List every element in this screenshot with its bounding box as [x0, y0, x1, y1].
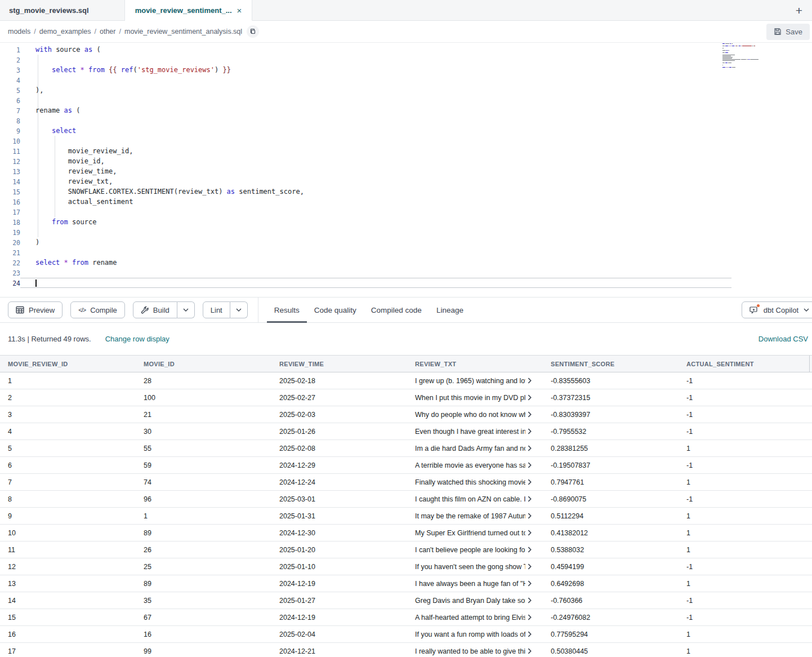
breadcrumb: models/demo_examples/other/movie_review_… [8, 28, 242, 35]
code-line[interactable]: 14 review_txt, [0, 176, 812, 187]
cell-actual_sentiment: 1 [679, 631, 812, 638]
code-line[interactable]: 18 from source [0, 217, 812, 227]
column-header-sentiment_score[interactable]: SENTIMENT_SCORE [543, 361, 679, 367]
cell-review_time: 2025-01-27 [271, 597, 407, 605]
expand-cell-icon[interactable] [527, 479, 533, 485]
code-line[interactable]: 20) [0, 237, 812, 247]
code-line[interactable]: 6 [0, 95, 812, 105]
cell-movie_review_id: 16 [0, 631, 136, 638]
line-number: 18 [0, 217, 20, 227]
tab-stg-movie-reviews[interactable]: stg_movie_reviews.sql [0, 0, 125, 21]
editor-minimap[interactable] [722, 43, 786, 70]
column-header-movie_review_id[interactable]: MOVIE_REVIEW_ID [0, 361, 136, 367]
code-line[interactable]: 21 [0, 247, 812, 258]
review-text: I really wanted to be able to give this … [415, 647, 525, 655]
code-line[interactable]: 13 review_time, [0, 166, 812, 176]
column-header-review_txt[interactable]: REVIEW_TXT [407, 361, 543, 367]
expand-cell-icon[interactable] [527, 614, 533, 620]
column-header-actual_sentiment[interactable]: ACTUAL_SENTIMENT [679, 361, 812, 367]
code-line[interactable]: 23 [0, 268, 812, 278]
copy-file-name-icon[interactable] [247, 25, 259, 38]
code-line[interactable]: 10 [0, 136, 812, 146]
tab-results[interactable]: Results [267, 297, 307, 323]
code-line[interactable]: 1with source as ( [0, 45, 812, 55]
lint-button[interactable]: Lint [203, 301, 230, 318]
expand-cell-icon[interactable] [527, 563, 533, 570]
dbt-copilot-button[interactable]: dbt Copilot [742, 301, 812, 318]
code-line[interactable]: 7rename as ( [0, 105, 812, 116]
cell-review_txt: A half-hearted attempt to bring Elvis P… [407, 614, 543, 622]
change-row-display-link[interactable]: Change row display [105, 335, 169, 343]
column-header-review_time[interactable]: REVIEW_TIME [271, 361, 407, 367]
cell-movie_id: 25 [136, 563, 271, 571]
code-editor[interactable]: 1with source as (23 select * from {{ ref… [0, 43, 812, 297]
expand-cell-icon[interactable] [527, 428, 533, 434]
build-button[interactable]: Build [133, 301, 177, 318]
expand-cell-icon[interactable] [527, 378, 533, 384]
expand-cell-icon[interactable] [527, 496, 533, 502]
tab-movie-review-sentiment-analysis[interactable]: movie_review_sentiment_... × [125, 0, 252, 21]
cell-movie_id: 74 [136, 478, 271, 486]
tab-lineage[interactable]: Lineage [429, 297, 471, 323]
code-line-text: from source [20, 217, 96, 227]
save-button[interactable]: Save [766, 24, 810, 40]
close-tab-icon[interactable]: × [237, 6, 242, 15]
expand-cell-icon[interactable] [527, 597, 533, 603]
lint-dropdown-button[interactable] [230, 301, 248, 318]
code-line[interactable]: 22select * from rename [0, 258, 812, 268]
code-line[interactable]: 12 movie_id, [0, 156, 812, 166]
cell-movie_review_id: 3 [0, 411, 136, 419]
review-text: My Super Ex Girlfriend turned out to b… [415, 529, 525, 537]
code-line-text [20, 136, 35, 146]
code-line[interactable]: 3 select * from {{ ref('stg_movie_review… [0, 65, 812, 75]
download-csv-link[interactable]: Download CSV [759, 335, 808, 343]
code-line-text: rename as ( [20, 105, 80, 116]
code-line[interactable]: 24 [0, 278, 812, 288]
line-number: 12 [0, 156, 20, 166]
cell-review_time: 2025-02-08 [271, 445, 407, 452]
line-number: 13 [0, 166, 20, 176]
code-line[interactable]: 11 movie_review_id, [0, 146, 812, 156]
expand-cell-icon[interactable] [527, 547, 533, 553]
cell-review_txt: My Super Ex Girlfriend turned out to b… [407, 529, 543, 537]
expand-cell-icon[interactable] [527, 530, 533, 536]
expand-cell-icon[interactable] [527, 445, 533, 451]
expand-cell-icon[interactable] [527, 513, 533, 519]
build-dropdown-button[interactable] [177, 301, 195, 318]
preview-button[interactable]: Preview [8, 301, 63, 318]
code-line-text: review_txt, [20, 176, 113, 187]
tab-compiled-code[interactable]: Compiled code [364, 297, 429, 323]
code-line[interactable]: 4 [0, 75, 812, 85]
action-toolbar: Preview </> Compile Build Lint ResultsCo… [0, 297, 812, 323]
cell-actual_sentiment: -1 [679, 394, 812, 402]
review-text: Finally watched this shocking movie la… [415, 478, 525, 486]
line-number: 4 [0, 75, 20, 85]
code-line[interactable]: 8 [0, 116, 812, 126]
cell-actual_sentiment: -1 [679, 563, 812, 571]
cell-sentiment_score: 0.77595294 [543, 631, 679, 638]
code-line[interactable]: 9 select [0, 126, 812, 136]
code-line[interactable]: 15 SNOWFLAKE.CORTEX.SENTIMENT(review_txt… [0, 187, 812, 197]
review-text: A terrible movie as everyone has said. … [415, 461, 525, 469]
code-line[interactable]: 5), [0, 85, 812, 95]
expand-cell-icon[interactable] [527, 648, 533, 654]
code-line[interactable]: 2 [0, 55, 812, 65]
code-line[interactable]: 17 [0, 207, 812, 217]
cell-sentiment_score: -0.37372315 [543, 394, 679, 402]
new-tab-button[interactable]: + [786, 0, 812, 20]
breadcrumb-separator: / [34, 28, 35, 35]
review-text: Greg Davis and Bryan Daly take some … [415, 597, 525, 605]
column-header-movie_id[interactable]: MOVIE_ID [136, 361, 271, 367]
expand-cell-icon[interactable] [527, 462, 533, 468]
expand-cell-icon[interactable] [527, 411, 533, 418]
expand-cell-icon[interactable] [527, 394, 533, 401]
expand-cell-icon[interactable] [527, 631, 533, 637]
cell-movie_review_id: 1 [0, 377, 136, 385]
code-line[interactable]: 19 [0, 227, 812, 237]
cell-review_time: 2025-02-03 [271, 411, 407, 419]
code-line[interactable]: 16 actual_sentiment [0, 197, 812, 207]
tab-code-quality[interactable]: Code quality [307, 297, 364, 323]
cell-movie_review_id: 11 [0, 546, 136, 554]
compile-button[interactable]: </> Compile [70, 301, 125, 318]
expand-cell-icon[interactable] [527, 580, 533, 587]
